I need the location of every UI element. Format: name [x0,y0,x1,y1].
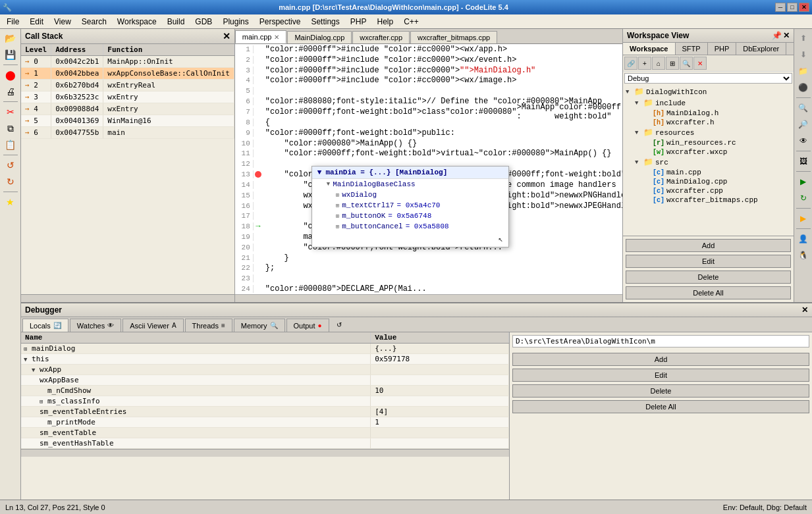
menu-php[interactable]: PHP [345,15,372,28]
list-item[interactable]: [w] wxcrafter.wxcp [624,147,792,157]
dbg-tab-locals[interactable]: Locals 🔄 [22,319,68,332]
toolbar-copy[interactable]: ⧉ [3,120,18,136]
menu-search[interactable]: Search [76,15,112,28]
debug-add-btn[interactable]: Add [512,353,809,366]
list-item[interactable]: ▼ 📁 DialogWithIcon [624,86,792,97]
ws-btn-home[interactable]: ⌂ [652,57,665,70]
menu-view[interactable]: View [49,15,76,28]
editor-hscrollbar[interactable] [235,294,622,302]
ac-item[interactable]: ⊞ wxDialog [312,190,508,200]
toolbar-star[interactable]: ★ [3,194,18,210]
ws-right-person2[interactable]: 🐧 [796,247,811,263]
list-item[interactable]: ▼ 📁 src [624,157,792,168]
table-row[interactable]: sm_eventHashTable [21,438,509,449]
ws-right-btn-2[interactable]: ⬇ [796,47,811,63]
list-item[interactable]: [h] MainDialog.h [624,109,792,118]
ws-right-redo-g[interactable]: ↻ [796,190,811,206]
dbg-tab-memory[interactable]: Memory 🔍 [234,319,285,332]
dbg-tab-ascii[interactable]: Ascii Viewer A [122,319,183,332]
toolbar-save[interactable]: 💾 [3,47,18,63]
ws-edit-button[interactable]: Edit [626,255,791,268]
toolbar-open[interactable]: 📂 [3,30,18,46]
menu-perspective[interactable]: Perspective [254,15,306,28]
menu-help[interactable]: Help [371,15,398,28]
ws-tab-sftp[interactable]: SFTP [676,43,708,55]
table-row[interactable]: → 5 0x00401369 WinMain@16 [21,115,234,127]
menu-cpp[interactable]: C++ [398,15,424,28]
table-row[interactable]: → 4 0x009088d4 wxEntry [21,103,234,115]
toolbar-redo[interactable]: ↻ [3,174,18,190]
toolbar-undo[interactable]: ↺ [3,157,18,173]
dbg-tab-threads[interactable]: Threads ≡ [185,319,232,332]
table-row[interactable]: m_printMode 1 [21,417,509,428]
menu-workspace[interactable]: Workspace [112,15,162,28]
toolbar-red1[interactable]: ⬤ [3,67,18,83]
tab-wxcrafter-cpp[interactable]: wxcrafter.cpp [352,31,410,43]
toolbar-cut[interactable]: ✂ [3,104,18,120]
debug-edit-btn[interactable]: Edit [512,369,809,382]
close-button[interactable]: ✕ [799,3,809,12]
ws-pin-icon[interactable]: 📌 [772,31,782,40]
ws-right-search[interactable]: 🔍 [796,100,811,116]
dbg-tab-output[interactable]: Output ● [286,319,329,332]
ws-right-person[interactable]: 👤 [796,231,811,247]
locals-hscrollbar[interactable] [21,449,509,457]
table-row[interactable]: sm_eventTable [21,428,509,438]
debug-delete-all-btn[interactable]: Delete All [512,400,809,413]
ws-tab-php[interactable]: PHP [708,43,737,55]
ws-tab-dbexplorer[interactable]: DbExplorer [736,43,786,55]
locals-panel[interactable]: Name Value ⊞ mainDialog {...} ▼ this 0x5… [21,332,509,500]
ws-btn-grid[interactable]: ⊞ [666,57,679,70]
ws-delete-all-button[interactable]: Delete All [626,286,791,299]
callstack-scrollbar[interactable] [21,294,234,302]
table-row[interactable]: → 1 0x0042bbea wxAppConsoleBase::CallOnI… [21,68,234,80]
debug-config-select[interactable]: Debug [624,73,792,84]
ws-right-forward[interactable]: ▶ [796,211,811,226]
ws-delete-button[interactable]: Delete [626,270,791,284]
ws-right-zoom-in[interactable]: 🔎 [796,116,811,132]
table-row[interactable]: ▼ this 0x597178 [21,354,509,365]
list-item[interactable]: [r] win_resources.rc [624,138,792,147]
table-row[interactable]: → 0 0x0042c2b1 MainApp::OnInit [21,56,234,68]
menu-plugins[interactable]: Plugins [217,15,254,28]
menu-gdb[interactable]: GDB [190,15,217,28]
list-item[interactable]: [c] wxcrafter_bitmaps.cpp [624,195,792,205]
tab-maindialog-cpp[interactable]: MainDialog.cpp [287,31,352,43]
table-row[interactable]: sm_eventTableEntries [4] [21,407,509,417]
ws-btn-link[interactable]: 🔗 [624,57,637,70]
list-item[interactable]: ▼ 📁 include [624,97,792,109]
menu-edit[interactable]: Edit [24,15,49,28]
autocomplete-popup[interactable]: ▼ mainDia = {...} [MainDialog]▼ MainDial… [311,166,509,247]
ac-item[interactable]: ▼ MainDialogBaseClass [312,179,508,190]
callstack-table[interactable]: Level Address Function → 0 0x0042c2b1 Ma… [21,44,234,294]
tab-close-icon[interactable]: ✕ [274,34,279,41]
maximize-button[interactable]: □ [787,3,798,12]
tab-main-cpp[interactable]: main.cpp ✕ [235,30,287,43]
minimize-button[interactable]: ─ [775,3,786,12]
ac-item[interactable]: ⊞ m_buttonCancel= 0x5a5808 [312,221,508,232]
debugger-close-icon[interactable]: ✕ [801,305,808,315]
ws-btn-add[interactable]: + [638,57,651,70]
table-row[interactable]: ⊞ mainDialog {...} [21,344,509,354]
ws-add-button[interactable]: Add [626,239,791,252]
debug-delete-btn[interactable]: Delete [512,384,809,398]
ws-btn-search[interactable]: 🔍 [680,57,693,70]
ws-btn-red-x[interactable]: ✕ [693,57,707,70]
tab-wxcrafter-bitmaps[interactable]: wxcrafter_bitmaps.cpp [410,31,497,43]
table-row[interactable]: → 2 0x6b270bd4 wxEntryReal [21,80,234,91]
ws-right-btn-1[interactable]: ⬆ [796,30,811,46]
dbg-refresh-icon[interactable]: ↺ [333,319,345,330]
table-row[interactable]: → 3 0x6b32523c wxEntry [21,91,234,103]
list-item[interactable]: [c] wxcrafter.cpp [624,186,792,195]
table-row[interactable]: ⊞ ms_classInfo [21,396,509,407]
ws-right-btn-3[interactable]: 📁 [796,63,811,79]
list-item[interactable]: [c] main.cpp [624,168,792,177]
toolbar-print[interactable]: 🖨 [3,84,18,99]
ws-close-icon[interactable]: ✕ [783,31,790,40]
table-row[interactable]: → 6 0x0047755b main [21,127,234,139]
toolbar-paste[interactable]: 📋 [3,137,18,153]
ws-tab-workspace[interactable]: Workspace [623,43,676,55]
callstack-close-icon[interactable]: ✕ [223,31,230,41]
ac-item[interactable]: ⊞ m_textCtrl17= 0x5a4c70 [312,200,508,211]
menu-build[interactable]: Build [162,15,190,28]
